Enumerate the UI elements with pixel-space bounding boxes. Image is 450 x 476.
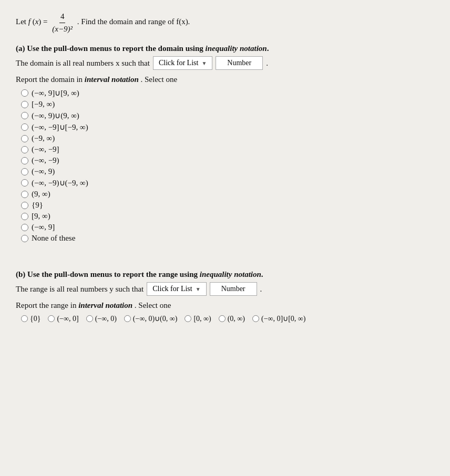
radio-domain-12[interactable] bbox=[21, 224, 28, 231]
header-suffix: . Find the domain and range of f(x). bbox=[77, 17, 190, 26]
range-radio-item-0[interactable]: {0} bbox=[21, 314, 40, 323]
range-radio-item-4[interactable]: [0, ∞) bbox=[185, 314, 211, 323]
radio-range-3[interactable] bbox=[124, 315, 131, 322]
radio-item-5[interactable]: (−∞, −9] bbox=[21, 145, 434, 154]
radio-domain-1[interactable] bbox=[21, 101, 28, 108]
domain-dropdown-label: Click for List bbox=[159, 59, 198, 67]
range-label-1: (−∞, 0] bbox=[57, 315, 78, 323]
range-label-6: (−∞, 0]∪[0, ∞) bbox=[261, 314, 306, 323]
radio-domain-4[interactable] bbox=[21, 135, 28, 142]
radio-label-12: (−∞, 9] bbox=[32, 223, 55, 232]
radio-domain-6[interactable] bbox=[21, 157, 28, 164]
radio-label-7: (−∞, 9) bbox=[32, 167, 55, 176]
interval-prompt-b: Report the range in bbox=[16, 301, 76, 309]
range-radio-list: {0} (−∞, 0] (−∞, 0) (−∞, 0)∪(0, ∞) [0, ∞… bbox=[21, 314, 434, 323]
domain-number-box[interactable]: Number bbox=[216, 56, 263, 70]
radio-item-13[interactable]: None of these bbox=[21, 234, 434, 243]
radio-label-6: (−∞, −9) bbox=[32, 156, 59, 165]
range-radio-item-3[interactable]: (−∞, 0)∪(0, ∞) bbox=[124, 314, 178, 323]
radio-item-0[interactable]: (−∞, 9]∪[9, ∞) bbox=[21, 88, 434, 98]
radio-label-2: (−∞, 9)∪(9, ∞) bbox=[32, 111, 79, 120]
radio-label-0: (−∞, 9]∪[9, ∞) bbox=[32, 88, 79, 98]
radio-range-4[interactable] bbox=[185, 315, 191, 322]
radio-range-1[interactable] bbox=[48, 315, 55, 322]
interval-label-b: Report the range in interval notation . … bbox=[16, 301, 434, 310]
domain-radio-list: (−∞, 9]∪[9, ∞) [−9, ∞) (−∞, 9)∪(9, ∞) (−… bbox=[21, 88, 434, 243]
domain-sentence: The domain is all real numbers x such th… bbox=[16, 56, 434, 70]
problem-header: Let f (x) = 4 (x−9)² . Find the domain a… bbox=[16, 11, 434, 35]
range-radio-item-2[interactable]: (−∞, 0) bbox=[86, 314, 117, 323]
range-label-2: (−∞, 0) bbox=[95, 315, 117, 323]
part-b-title: (b) Use the pull-down menus to report th… bbox=[16, 270, 434, 279]
interval-select-prompt-a: . Select one bbox=[141, 75, 178, 84]
math-fraction: 4 (x−9)² bbox=[51, 11, 74, 35]
domain-dropdown[interactable]: Click for List ▼ bbox=[153, 56, 212, 70]
function-label: f (x) = bbox=[28, 17, 50, 26]
radio-item-11[interactable]: [9, ∞) bbox=[21, 212, 434, 221]
radio-label-1: [−9, ∞) bbox=[32, 100, 55, 109]
interval-label-a: Report the domain in interval notation .… bbox=[16, 75, 434, 84]
radio-item-7[interactable]: (−∞, 9) bbox=[21, 167, 434, 176]
range-label-0: {0} bbox=[30, 315, 40, 323]
radio-domain-10[interactable] bbox=[21, 202, 28, 209]
range-label-3: (−∞, 0)∪(0, ∞) bbox=[133, 314, 178, 323]
radio-domain-8[interactable] bbox=[21, 179, 28, 187]
radio-label-8: (−∞, −9)∪(−9, ∞) bbox=[32, 178, 88, 188]
interval-prompt-a: Report the domain in bbox=[16, 75, 83, 84]
range-radio-item-6[interactable]: (−∞, 0]∪[0, ∞) bbox=[252, 314, 306, 323]
radio-domain-13[interactable] bbox=[21, 235, 28, 242]
radio-label-10: {9} bbox=[32, 201, 43, 210]
range-number-placeholder: Number bbox=[221, 285, 246, 293]
range-sentence: The range is all real numbers y such tha… bbox=[16, 282, 434, 296]
radio-domain-9[interactable] bbox=[21, 191, 28, 198]
domain-number-placeholder: Number bbox=[227, 59, 251, 67]
radio-label-3: (−∞, −9]∪[−9, ∞) bbox=[32, 122, 88, 132]
range-radio-item-1[interactable]: (−∞, 0] bbox=[48, 314, 78, 323]
divider bbox=[16, 252, 434, 265]
part-a-title: (a) Use the pull-down menus to report th… bbox=[16, 44, 434, 53]
radio-item-1[interactable]: [−9, ∞) bbox=[21, 100, 434, 109]
radio-item-6[interactable]: (−∞, −9) bbox=[21, 156, 434, 165]
radio-range-0[interactable] bbox=[21, 315, 28, 322]
radio-range-6[interactable] bbox=[252, 315, 259, 322]
radio-domain-11[interactable] bbox=[21, 213, 28, 220]
part-b-description: Use the pull-down menus to report the ra… bbox=[27, 270, 263, 278]
radio-range-2[interactable] bbox=[86, 315, 93, 322]
radio-domain-5[interactable] bbox=[21, 146, 28, 153]
interval-notation-label-b: interval notation bbox=[78, 301, 132, 309]
radio-domain-3[interactable] bbox=[21, 123, 28, 131]
radio-label-13: None of these bbox=[32, 234, 75, 243]
radio-item-3[interactable]: (−∞, −9]∪[−9, ∞) bbox=[21, 122, 434, 132]
radio-item-10[interactable]: {9} bbox=[21, 201, 434, 210]
radio-item-8[interactable]: (−∞, −9)∪(−9, ∞) bbox=[21, 178, 434, 188]
radio-range-5[interactable] bbox=[219, 315, 226, 322]
radio-domain-7[interactable] bbox=[21, 168, 28, 175]
interval-notation-label-a: interval notation bbox=[85, 75, 139, 84]
dropdown-arrow-icon: ▼ bbox=[201, 60, 207, 66]
radio-label-5: (−∞, −9] bbox=[32, 145, 59, 154]
range-prefix: The range is all real numbers y such tha… bbox=[16, 285, 144, 294]
part-a-section: (a) Use the pull-down menus to report th… bbox=[16, 44, 434, 243]
radio-label-4: (−9, ∞) bbox=[32, 134, 55, 143]
range-label-5: (0, ∞) bbox=[228, 315, 245, 323]
range-dropdown[interactable]: Click for List ▼ bbox=[147, 282, 206, 296]
radio-label-11: [9, ∞) bbox=[32, 212, 50, 221]
radio-domain-2[interactable] bbox=[21, 112, 28, 119]
part-a-description: Use the pull-down menus to report the do… bbox=[27, 44, 269, 53]
part-a-label: (a) bbox=[16, 44, 25, 53]
radio-item-9[interactable]: (9, ∞) bbox=[21, 190, 434, 199]
radio-item-4[interactable]: (−9, ∞) bbox=[21, 134, 434, 143]
let-label: Let bbox=[16, 17, 26, 26]
part-b-label: (b) bbox=[16, 270, 25, 278]
period-b: . bbox=[260, 285, 262, 294]
range-number-box[interactable]: Number bbox=[210, 282, 257, 296]
range-radio-item-5[interactable]: (0, ∞) bbox=[219, 314, 245, 323]
radio-item-12[interactable]: (−∞, 9] bbox=[21, 223, 434, 232]
numerator: 4 bbox=[59, 11, 66, 23]
radio-item-2[interactable]: (−∞, 9)∪(9, ∞) bbox=[21, 111, 434, 120]
radio-domain-0[interactable] bbox=[21, 89, 28, 97]
domain-prefix: The domain is all real numbers x such th… bbox=[16, 59, 150, 68]
range-dropdown-arrow-icon: ▼ bbox=[196, 286, 201, 292]
range-label-4: [0, ∞) bbox=[193, 315, 211, 323]
part-b-section: (b) Use the pull-down menus to report th… bbox=[16, 270, 434, 323]
